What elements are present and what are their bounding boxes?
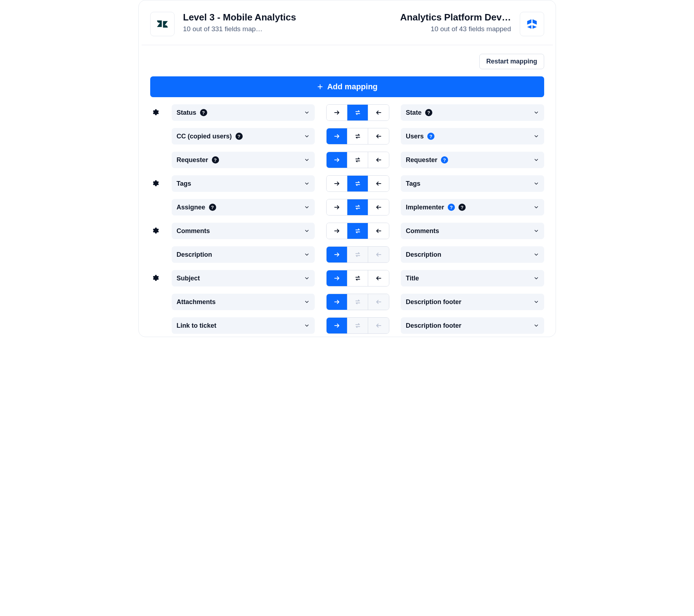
info-badge[interactable]: ? bbox=[425, 109, 432, 116]
right-field-select[interactable]: Requester? bbox=[401, 152, 544, 168]
target-app-icon bbox=[520, 12, 544, 36]
direction-both-button[interactable] bbox=[347, 128, 368, 144]
left-field-select[interactable]: Attachments bbox=[172, 294, 315, 310]
field-label: State bbox=[406, 109, 422, 117]
info-badge[interactable]: ? bbox=[212, 156, 219, 164]
direction-left-button[interactable] bbox=[368, 152, 389, 168]
direction-toggle bbox=[326, 199, 389, 215]
arrows-both-icon bbox=[354, 298, 362, 306]
field-label: Tags bbox=[177, 180, 191, 188]
direction-right-button[interactable] bbox=[327, 105, 347, 120]
right-field-select[interactable]: Title bbox=[401, 270, 544, 286]
left-field-select[interactable]: Status? bbox=[172, 104, 315, 121]
mapping-row: Status?State? bbox=[150, 104, 544, 121]
direction-right-button[interactable] bbox=[327, 199, 347, 215]
direction-both-button[interactable] bbox=[347, 223, 368, 239]
right-field-select[interactable]: Description footer bbox=[401, 294, 544, 310]
field-label: Comments bbox=[406, 227, 439, 235]
row-settings-slot bbox=[150, 179, 160, 188]
arrow-right-icon bbox=[333, 180, 341, 188]
info-badge[interactable]: ? bbox=[448, 204, 455, 211]
row-settings-button[interactable] bbox=[151, 179, 159, 188]
direction-both-button[interactable] bbox=[347, 176, 368, 191]
left-field-select[interactable]: Subject bbox=[172, 270, 315, 286]
arrow-right-icon bbox=[333, 203, 341, 211]
left-field-select[interactable]: Tags bbox=[172, 175, 315, 192]
field-label: Description bbox=[177, 251, 212, 259]
chevron-down-icon bbox=[533, 133, 539, 139]
azure-devops-icon bbox=[525, 17, 539, 31]
mapping-row: TagsTags bbox=[150, 175, 544, 192]
arrows-both-icon bbox=[354, 227, 362, 235]
direction-right-button[interactable] bbox=[327, 152, 347, 168]
direction-left-button[interactable] bbox=[368, 223, 389, 239]
right-field-select[interactable]: Comments bbox=[401, 223, 544, 239]
chevron-down-icon bbox=[533, 181, 539, 186]
source-meta: Level 3 - Mobile Analytics 10 out of 331… bbox=[183, 12, 296, 33]
direction-toggle bbox=[326, 246, 389, 263]
left-field-select[interactable]: Description bbox=[172, 246, 315, 263]
direction-right-button[interactable] bbox=[327, 223, 347, 239]
add-mapping-label: Add mapping bbox=[327, 82, 378, 91]
arrow-right-icon bbox=[333, 251, 341, 259]
row-settings-button[interactable] bbox=[151, 274, 159, 283]
direction-left-button[interactable] bbox=[368, 105, 389, 120]
right-field-select[interactable]: Description footer bbox=[401, 317, 544, 334]
restart-mapping-button[interactable]: Restart mapping bbox=[479, 54, 544, 69]
direction-right-button[interactable] bbox=[327, 294, 347, 310]
direction-both-button bbox=[347, 294, 368, 310]
left-field-select[interactable]: Comments bbox=[172, 223, 315, 239]
row-settings-button[interactable] bbox=[151, 108, 159, 117]
direction-left-button[interactable] bbox=[368, 128, 389, 144]
direction-left-button[interactable] bbox=[368, 270, 389, 286]
direction-both-button[interactable] bbox=[347, 152, 368, 168]
direction-right-button[interactable] bbox=[327, 247, 347, 262]
direction-left-button[interactable] bbox=[368, 176, 389, 191]
direction-left-button bbox=[368, 294, 389, 310]
field-label: Link to ticket bbox=[177, 322, 217, 330]
chevron-down-icon bbox=[533, 110, 539, 115]
direction-both-button[interactable] bbox=[347, 105, 368, 120]
field-label: Description footer bbox=[406, 298, 461, 306]
right-field-select[interactable]: Users? bbox=[401, 128, 544, 144]
field-label: Tags bbox=[406, 180, 420, 188]
right-field-select[interactable]: State? bbox=[401, 104, 544, 121]
mapping-row: Assignee?Implementer?? bbox=[150, 199, 544, 215]
arrow-right-icon bbox=[333, 109, 341, 117]
field-label: CC (copied users) bbox=[177, 133, 232, 140]
info-badge[interactable]: ? bbox=[236, 133, 243, 140]
direction-right-button[interactable] bbox=[327, 128, 347, 144]
arrow-left-icon bbox=[375, 227, 382, 235]
direction-left-button bbox=[368, 318, 389, 333]
left-field-select[interactable]: CC (copied users)? bbox=[172, 128, 315, 144]
info-badge[interactable]: ? bbox=[200, 109, 207, 116]
chevron-down-icon bbox=[304, 299, 310, 305]
left-field-select[interactable]: Link to ticket bbox=[172, 317, 315, 334]
direction-both-button[interactable] bbox=[347, 270, 368, 286]
row-settings-button[interactable] bbox=[151, 227, 159, 236]
chevron-down-icon bbox=[304, 157, 310, 163]
add-mapping-button[interactable]: Add mapping bbox=[150, 76, 544, 97]
left-field-select[interactable]: Requester? bbox=[172, 152, 315, 168]
direction-left-button[interactable] bbox=[368, 199, 389, 215]
gear-icon bbox=[151, 274, 159, 282]
direction-right-button[interactable] bbox=[327, 176, 347, 191]
source-subtitle: 10 out of 331 fields map… bbox=[183, 25, 296, 33]
direction-right-button[interactable] bbox=[327, 318, 347, 333]
chevron-down-icon bbox=[533, 204, 539, 210]
right-field-select[interactable]: Tags bbox=[401, 175, 544, 192]
target-title: Analytics Platform Dev… bbox=[400, 12, 511, 23]
info-badge[interactable]: ? bbox=[427, 133, 434, 140]
info-badge[interactable]: ? bbox=[441, 156, 448, 164]
direction-right-button[interactable] bbox=[327, 270, 347, 286]
arrow-left-icon bbox=[375, 203, 382, 211]
direction-both-button[interactable] bbox=[347, 199, 368, 215]
right-field-select[interactable]: Implementer?? bbox=[401, 199, 544, 215]
left-field-select[interactable]: Assignee? bbox=[172, 199, 315, 215]
mapping-row: SubjectTitle bbox=[150, 270, 544, 286]
field-label: Comments bbox=[177, 227, 210, 235]
info-badge[interactable]: ? bbox=[209, 204, 216, 211]
mapping-row: DescriptionDescription bbox=[150, 246, 544, 263]
right-field-select[interactable]: Description bbox=[401, 246, 544, 263]
info-badge[interactable]: ? bbox=[458, 204, 466, 211]
